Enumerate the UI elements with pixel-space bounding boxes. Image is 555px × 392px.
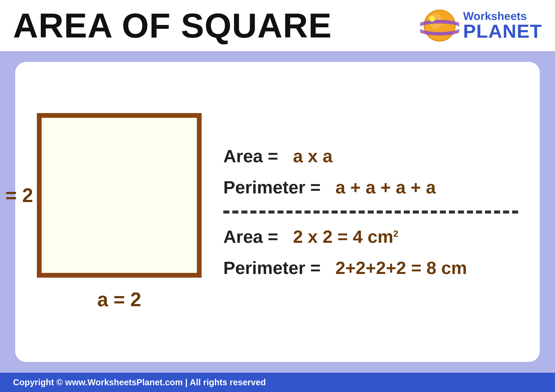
planet-icon [420, 6, 459, 45]
square-wrapper: a = 2 [37, 113, 202, 278]
side-label-bottom: a = 2 [97, 288, 141, 311]
logo-planet-label: PLANET [463, 22, 542, 41]
diagram-section: a = 2 a = 2 [37, 113, 202, 311]
divider [223, 211, 518, 214]
area-formula-label: Area = [223, 146, 278, 166]
logo-text: Worksheets PLANET [463, 10, 542, 41]
content-card: a = 2 a = 2 Area = a x a Perimeter = a +… [15, 62, 540, 362]
perimeter-formula-label: Perimeter = [223, 177, 321, 197]
page-title: AREA OF SQUARE [13, 8, 332, 43]
perimeter-result-value: 2+2+2+2 = 8 cm [335, 258, 467, 278]
area-result-label: Area = [223, 227, 278, 246]
svg-point-6 [429, 16, 435, 22]
footer-text: Copyright © www.WorksheetsPlanet.com | A… [13, 378, 266, 387]
perimeter-formula-value: a + a + a + a [335, 177, 436, 197]
main-content: a = 2 a = 2 Area = a x a Perimeter = a +… [0, 51, 555, 373]
logo: Worksheets PLANET [420, 6, 542, 45]
logo-worksheets-label: Worksheets [463, 10, 542, 22]
area-formula-value: a x a [293, 146, 332, 166]
side-label-left: a = 2 [0, 184, 33, 207]
area-formula: Area = a x a [223, 146, 518, 166]
area-result: Area = 2 x 2 = 4 cm2 [223, 227, 518, 247]
perimeter-result: Perimeter = 2+2+2+2 = 8 cm [223, 258, 518, 278]
area-result-value: 2 x 2 = 4 cm2 [293, 227, 398, 246]
square-shape [37, 113, 202, 278]
formulas-section: Area = a x a Perimeter = a + a + a + a A… [223, 146, 518, 278]
header: AREA OF SQUARE Worksheets PLANET [0, 0, 555, 51]
superscript-2: 2 [393, 228, 398, 238]
perimeter-result-label: Perimeter = [223, 258, 321, 278]
footer: Copyright © www.WorksheetsPlanet.com | A… [0, 373, 555, 392]
perimeter-formula: Perimeter = a + a + a + a [223, 177, 518, 198]
